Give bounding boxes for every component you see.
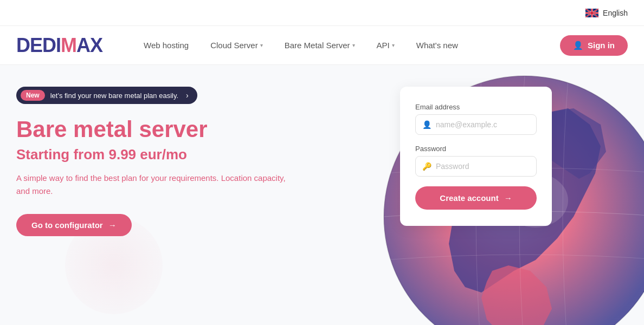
arrow-icon: → xyxy=(504,193,512,203)
nav-links: Web hosting Cloud Server ▾ Bare Metal Se… xyxy=(135,35,628,56)
configurator-label: Go to configurator xyxy=(31,220,103,230)
nav-item-cloud-server[interactable]: Cloud Server ▾ xyxy=(202,36,272,54)
logo[interactable]: DEDIMAX xyxy=(16,34,102,57)
hero-desc-highlight: and more. xyxy=(16,186,53,196)
password-input[interactable] xyxy=(436,162,530,171)
logo-m: M xyxy=(61,34,76,57)
person-icon: 👤 xyxy=(573,41,583,50)
person-icon: 👤 xyxy=(422,120,432,129)
nav-item-bare-metal[interactable]: Bare Metal Server ▾ xyxy=(276,36,364,54)
password-form-group: Password 🔑 xyxy=(415,145,537,177)
main-content: New let's find your new bare metal plan … xyxy=(0,65,644,325)
navbar: DEDIMAX Web hosting Cloud Server ▾ Bare … xyxy=(0,26,644,65)
hero-desc: A simple way to find the best plan for y… xyxy=(16,172,287,198)
badge-arrow-icon: › xyxy=(186,91,189,100)
logo-ax: AX xyxy=(76,34,102,57)
create-account-label: Create account xyxy=(440,193,498,203)
lock-icon: 🔑 xyxy=(422,162,432,171)
chevron-down-icon: ▾ xyxy=(260,42,263,48)
hero-title: Bare metal server xyxy=(16,117,378,142)
flag-icon xyxy=(585,9,598,17)
create-account-button[interactable]: Create account → xyxy=(415,186,537,210)
nav-item-whats-new[interactable]: What's new xyxy=(408,36,467,54)
new-badge-bar[interactable]: New let's find your new bare metal plan … xyxy=(16,87,197,104)
configurator-button[interactable]: Go to configurator → xyxy=(16,214,132,236)
sign-in-button[interactable]: 👤 Sign in xyxy=(560,35,628,56)
password-input-wrapper: 🔑 xyxy=(415,156,537,177)
hero-subtitle: Starting from 9.99 eur/mo xyxy=(16,146,378,163)
language-label: English xyxy=(603,9,628,17)
email-input[interactable] xyxy=(436,120,530,129)
top-bar: English xyxy=(0,0,644,26)
password-label: Password xyxy=(415,145,537,153)
language-selector[interactable]: English xyxy=(585,9,628,17)
email-input-wrapper: 👤 xyxy=(415,114,537,135)
chevron-down-icon: ▾ xyxy=(352,42,355,48)
left-content: New let's find your new bare metal plan … xyxy=(16,87,400,325)
login-card: Email address 👤 Password 🔑 Create accoun… xyxy=(400,87,552,226)
right-content: Email address 👤 Password 🔑 Create accoun… xyxy=(400,87,628,325)
badge-text: let's find your new bare metal plan easi… xyxy=(50,92,178,100)
logo-dedi: DEDI xyxy=(16,34,61,57)
arrow-icon: → xyxy=(108,220,117,230)
chevron-down-icon: ▾ xyxy=(392,42,395,48)
nav-item-web-hosting[interactable]: Web hosting xyxy=(135,36,197,54)
hero-desc-text: A simple way to find the best plan for y… xyxy=(16,173,286,183)
nav-item-api[interactable]: API ▾ xyxy=(368,36,403,54)
email-form-group: Email address 👤 xyxy=(415,103,537,135)
new-pill: New xyxy=(21,90,45,101)
email-label: Email address xyxy=(415,103,537,111)
